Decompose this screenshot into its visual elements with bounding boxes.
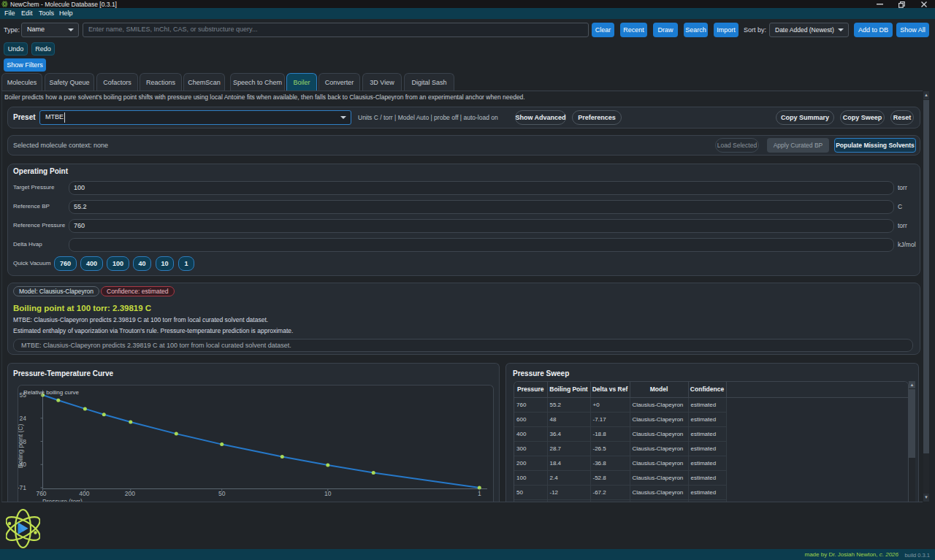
svg-text:Pressure (torr): Pressure (torr) bbox=[42, 498, 83, 502]
svg-text:Boiling point (C): Boiling point (C) bbox=[18, 424, 24, 469]
svg-text:Relative boiling curve: Relative boiling curve bbox=[23, 389, 80, 396]
svg-text:-71: -71 bbox=[18, 484, 26, 491]
svg-text:24: 24 bbox=[20, 415, 27, 422]
svg-text:400: 400 bbox=[79, 490, 89, 497]
svg-text:200: 200 bbox=[125, 490, 135, 497]
svg-text:760: 760 bbox=[36, 490, 46, 497]
